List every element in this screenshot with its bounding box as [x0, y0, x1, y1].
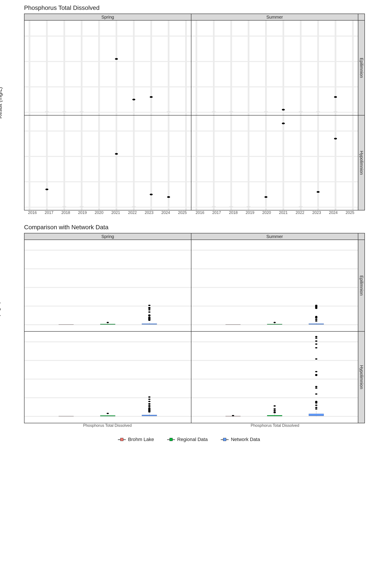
svg-rect-82 [142, 323, 157, 324]
svg-point-163 [273, 408, 276, 410]
svg-point-146 [148, 399, 150, 400]
svg-point-169 [315, 407, 317, 408]
svg-point-48 [115, 153, 118, 155]
panel-summer-hypo [191, 115, 358, 210]
boxplot-chart-block: Comparison with Network Data Results (mg… [4, 224, 374, 428]
svg-point-92 [148, 309, 150, 310]
chart1-title: Phosphorus Total Dissolved [24, 4, 374, 11]
svg-point-181 [315, 347, 317, 348]
svg-point-176 [315, 386, 317, 387]
svg-point-65 [264, 196, 268, 198]
corner2 [358, 233, 365, 240]
legend: Brohm Lake Regional Data Network Data [4, 437, 374, 442]
svg-point-183 [315, 340, 317, 342]
svg-point-161 [273, 411, 276, 413]
svg-rect-134 [142, 415, 157, 416]
col-strip-spring: Spring [24, 14, 191, 20]
svg-point-145 [148, 401, 150, 402]
svg-point-175 [315, 388, 317, 389]
svg-rect-109 [309, 323, 324, 324]
chart1-grid: Spring Summer Epilimnion Hypolimnion [24, 13, 365, 210]
svg-rect-166 [309, 414, 324, 416]
svg-point-132 [107, 413, 109, 414]
svg-point-147 [148, 396, 150, 398]
x-cat-left: Phosphorus Total Dissolved [83, 423, 132, 428]
svg-point-112 [315, 319, 317, 320]
legend-item-regional: Regional Data [167, 437, 208, 442]
chart1-ylabel: Result (mg/L) [0, 87, 3, 119]
svg-point-164 [273, 405, 276, 407]
legend-swatch-network [221, 437, 229, 442]
svg-rect-130 [100, 415, 115, 416]
svg-rect-105 [267, 324, 282, 324]
svg-point-49 [150, 194, 153, 195]
row-strip-epi2: Epilimnion [358, 240, 365, 331]
svg-point-170 [315, 404, 317, 406]
svg-point-14 [115, 58, 118, 60]
svg-point-162 [273, 410, 276, 411]
bpanel-spring-epi [24, 240, 191, 331]
svg-point-179 [315, 371, 317, 372]
svg-point-95 [148, 305, 150, 306]
x-cat-right: Phosphorus Total Dissolved [251, 423, 299, 428]
svg-point-31 [282, 109, 285, 111]
legend-swatch-regional [167, 437, 175, 442]
bpanel-spring-hypo [24, 331, 191, 423]
legend-label-network: Network Data [231, 437, 260, 442]
svg-point-32 [334, 96, 337, 98]
panel-summer-epi [191, 20, 358, 115]
chart1-xticks: 2016201720182019202020212022202320242025… [24, 210, 358, 215]
bpanel-summer-hypo [191, 331, 358, 423]
panel-spring-hypo [24, 115, 191, 210]
legend-swatch-brohm [118, 437, 126, 442]
col-strip-spring2: Spring [24, 233, 191, 240]
svg-point-184 [315, 337, 317, 339]
row-strip-hypo2: Hypolimnion [358, 331, 365, 423]
svg-point-143 [148, 404, 150, 406]
svg-point-68 [334, 138, 337, 140]
svg-point-141 [148, 408, 150, 409]
svg-rect-158 [267, 415, 282, 416]
svg-point-178 [315, 374, 317, 375]
svg-point-80 [107, 322, 109, 323]
svg-point-174 [315, 393, 317, 395]
svg-point-50 [167, 196, 170, 198]
svg-point-142 [148, 406, 150, 407]
row-strip-hypo: Hypolimnion [358, 115, 365, 210]
panel-spring-epi [24, 20, 191, 115]
svg-point-94 [148, 307, 150, 308]
col-strip-summer: Summer [191, 14, 358, 20]
legend-item-brohm: Brohm Lake [118, 437, 154, 442]
svg-point-180 [315, 358, 317, 360]
svg-point-168 [315, 408, 317, 410]
chart2-grid: Spring Summer Epilimnion Hypolimnion [24, 233, 365, 423]
scatter-chart-block: Phosphorus Total Dissolved Result (mg/L)… [4, 4, 374, 215]
svg-point-91 [148, 311, 150, 313]
svg-point-115 [315, 316, 317, 317]
chart2-ylabel: Results (mg/L) [0, 302, 1, 336]
svg-point-144 [148, 403, 150, 404]
svg-point-47 [45, 188, 48, 190]
svg-point-67 [317, 191, 320, 193]
col-strip-summer2: Summer [191, 233, 358, 240]
chart2-xticks: Phosphorus Total Dissolved Phosphorus To… [24, 423, 358, 428]
svg-point-16 [150, 96, 153, 98]
svg-point-88 [148, 317, 150, 318]
svg-point-182 [315, 343, 317, 345]
svg-point-15 [132, 99, 135, 100]
svg-point-120 [315, 305, 317, 306]
corner [358, 14, 365, 20]
svg-point-185 [315, 336, 317, 337]
svg-point-66 [282, 122, 285, 124]
chart2-title: Comparison with Network Data [24, 224, 374, 231]
svg-point-173 [315, 401, 317, 402]
svg-point-111 [315, 320, 317, 321]
bpanel-summer-epi [191, 240, 358, 331]
legend-label-regional: Regional Data [177, 437, 208, 442]
svg-point-156 [232, 415, 234, 416]
svg-point-90 [148, 314, 150, 316]
svg-point-107 [273, 322, 276, 323]
legend-label-brohm: Brohm Lake [128, 437, 154, 442]
row-strip-epi: Epilimnion [358, 20, 365, 115]
legend-item-network: Network Data [221, 437, 260, 442]
